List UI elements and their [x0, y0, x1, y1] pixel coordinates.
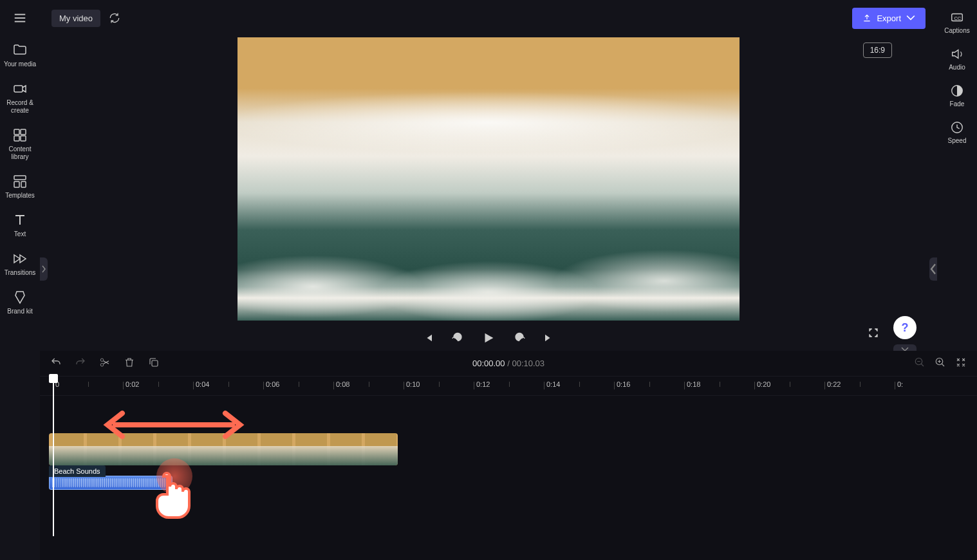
- svg-rect-6: [14, 136, 19, 141]
- svg-text:5: 5: [518, 337, 520, 341]
- brandkit-icon: [12, 290, 28, 305]
- rewind-icon: 5: [452, 332, 463, 344]
- zoom-out-icon: [914, 357, 926, 368]
- svg-text:CC: CC: [954, 15, 961, 21]
- sidebar-item-label: Content library: [1, 145, 39, 161]
- sidebar-item-label: Transitions: [5, 269, 36, 277]
- right-sidebar: CC Captions Audio Fade Speed: [937, 0, 977, 351]
- current-time: 00:00.00: [472, 359, 505, 368]
- sidebar-item-content-library[interactable]: Content library: [0, 121, 40, 167]
- audio-clip[interactable]: [49, 476, 172, 490]
- sidebar-item-label: Your media: [4, 61, 36, 68]
- svg-point-17: [100, 359, 104, 362]
- right-item-audio[interactable]: Audio: [937, 41, 977, 77]
- skip-start-icon: [422, 332, 434, 344]
- preview-image: [237, 37, 740, 321]
- ruler-tick-label: 0:22: [827, 380, 841, 388]
- skip-end-icon: [543, 332, 555, 344]
- timeline-panel: 00:00.00 / 00:10.03 00:020:040:060:080:1…: [40, 351, 977, 560]
- time-display: 00:00.00 / 00:10.03: [472, 359, 544, 368]
- speed-icon: [950, 120, 964, 135]
- play-icon: [481, 331, 496, 345]
- transitions-icon: [12, 251, 28, 266]
- text-icon: [12, 212, 28, 228]
- sidebar-item-label: Brand kit: [7, 308, 32, 315]
- captions-icon: CC: [950, 10, 964, 24]
- help-button[interactable]: ?: [893, 316, 917, 339]
- rewind-button[interactable]: 5: [452, 332, 463, 344]
- upload-icon: [862, 14, 871, 23]
- ruler-tick-label: 0:20: [757, 380, 770, 388]
- sidebar-item-brand-kit[interactable]: Brand kit: [0, 283, 40, 322]
- duplicate-button[interactable]: [148, 357, 160, 370]
- ruler-tick-label: 0:16: [617, 380, 630, 388]
- zoom-in-icon: [935, 357, 946, 368]
- sync-icon[interactable]: [108, 12, 121, 24]
- skip-start-button[interactable]: [422, 332, 434, 344]
- video-clip[interactable]: [49, 433, 398, 465]
- right-item-captions[interactable]: CC Captions: [937, 4, 977, 41]
- waveform: [62, 479, 169, 487]
- total-time: 00:10.03: [512, 359, 544, 368]
- tracks-area[interactable]: Beach Sounds: [40, 396, 977, 490]
- fit-icon: [955, 357, 967, 368]
- project-name-input[interactable]: My video: [51, 10, 100, 27]
- trash-icon: [124, 357, 135, 368]
- skip-end-button[interactable]: [543, 332, 555, 344]
- playback-controls: 5 5: [422, 331, 555, 345]
- video-preview[interactable]: [237, 37, 740, 321]
- ruler-tick-label: 0:04: [196, 380, 209, 388]
- camera-icon: [12, 81, 28, 97]
- export-label: Export: [877, 14, 901, 23]
- play-button[interactable]: [481, 331, 496, 345]
- undo-button[interactable]: [50, 357, 62, 370]
- delete-button[interactable]: [124, 357, 135, 370]
- right-item-label: Captions: [944, 27, 969, 34]
- sidebar-item-label: Text: [14, 230, 26, 238]
- redo-icon: [75, 357, 86, 368]
- speaker-icon: [950, 47, 964, 61]
- svg-rect-9: [14, 182, 19, 187]
- zoom-out-button[interactable]: [914, 357, 926, 370]
- menu-button[interactable]: [0, 0, 40, 36]
- svg-text:5: 5: [456, 337, 458, 341]
- fullscreen-button[interactable]: [868, 327, 879, 341]
- forward-button[interactable]: 5: [514, 332, 525, 344]
- right-item-fade[interactable]: Fade: [937, 77, 977, 114]
- redo-button[interactable]: [75, 357, 86, 370]
- svg-rect-3: [14, 86, 23, 92]
- templates-icon: [12, 174, 28, 189]
- timeline-toolbar: 00:00.00 / 00:10.03: [40, 351, 977, 377]
- svg-rect-8: [14, 176, 26, 180]
- export-button[interactable]: Export: [852, 8, 926, 29]
- zoom-in-button[interactable]: [935, 357, 946, 370]
- sidebar-item-transitions[interactable]: Transitions: [0, 245, 40, 283]
- timeline-ruler[interactable]: 00:020:040:060:080:100:120:140:160:180:2…: [40, 377, 977, 396]
- playhead[interactable]: [49, 374, 58, 383]
- right-item-speed[interactable]: Speed: [937, 114, 977, 151]
- sidebar-item-label: Templates: [5, 192, 35, 200]
- aspect-ratio-button[interactable]: 16:9: [863, 42, 892, 58]
- right-item-label: Speed: [948, 137, 967, 144]
- split-button[interactable]: [99, 357, 111, 370]
- left-sidebar: Your media Record & create Content libra…: [0, 0, 40, 560]
- fade-icon: [950, 84, 964, 98]
- sidebar-item-text[interactable]: Text: [0, 206, 40, 245]
- svg-rect-19: [152, 360, 158, 366]
- sidebar-item-record-create[interactable]: Record & create: [0, 75, 40, 121]
- sidebar-item-templates[interactable]: Templates: [0, 167, 40, 206]
- chevron-down-icon: [906, 14, 915, 23]
- library-icon: [12, 127, 28, 143]
- ruler-tick-label: 0:14: [546, 380, 560, 388]
- svg-rect-4: [14, 129, 19, 135]
- sidebar-item-label: Record & create: [1, 99, 39, 115]
- ruler-tick-label: 0:02: [126, 380, 139, 388]
- fit-button[interactable]: [955, 357, 967, 370]
- ruler-tick-label: 0:08: [336, 380, 349, 388]
- ruler-tick-label: 0:12: [476, 380, 490, 388]
- svg-rect-7: [21, 136, 26, 141]
- folder-icon: [12, 42, 28, 58]
- preview-area: 16:9 5 5 ?: [40, 36, 937, 351]
- sidebar-item-your-media[interactable]: Your media: [0, 36, 40, 75]
- hamburger-icon: [13, 11, 27, 25]
